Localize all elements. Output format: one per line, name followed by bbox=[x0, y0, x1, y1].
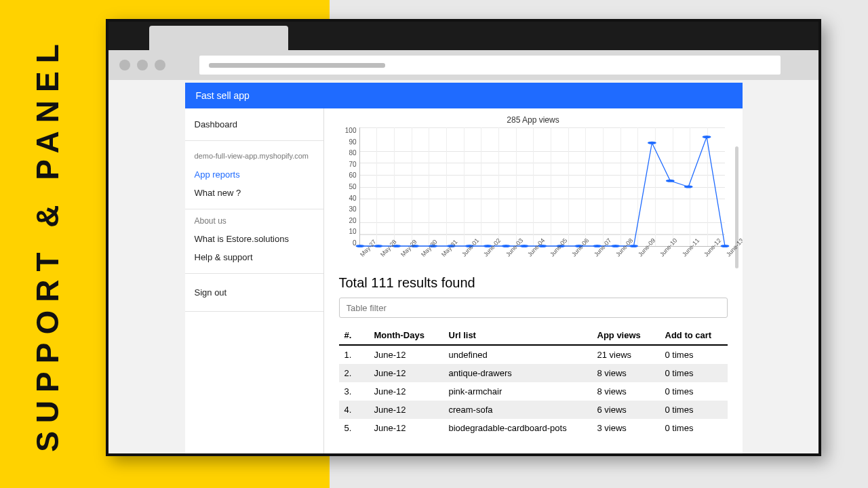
cell-month: June-12 bbox=[369, 345, 443, 364]
cell-cart: 0 times bbox=[660, 401, 728, 419]
cell-month: June-12 bbox=[369, 401, 443, 419]
scrollbar[interactable] bbox=[735, 146, 738, 404]
svg-point-19 bbox=[702, 136, 711, 138]
col-cart: Add to cart bbox=[660, 326, 728, 345]
cell-num: 2. bbox=[339, 364, 369, 382]
table-row[interactable]: 1.June-12undefined21 views0 times bbox=[339, 345, 728, 364]
sidebar-item-sign-out[interactable]: Sign out bbox=[195, 281, 314, 304]
browser-window: Fast sell app Dashboard demo-full-view-a… bbox=[106, 19, 821, 456]
app-body: Dashboard demo-full-view-app.myshopify.c… bbox=[185, 108, 743, 453]
cell-num: 4. bbox=[339, 401, 369, 419]
cell-month: June-12 bbox=[369, 419, 443, 437]
results-count: Total 111 results found bbox=[339, 275, 728, 291]
cell-month: June-12 bbox=[369, 382, 443, 401]
cell-url: antique-drawers bbox=[443, 364, 592, 382]
col-url: Url list bbox=[443, 326, 592, 345]
table-filter-input[interactable] bbox=[339, 298, 728, 318]
browser-viewport: Fast sell app Dashboard demo-full-view-a… bbox=[108, 80, 818, 453]
svg-point-18 bbox=[684, 185, 692, 188]
sidebar-item-what-is[interactable]: What is Estore.solutions bbox=[195, 230, 314, 248]
cell-views: 6 views bbox=[592, 401, 660, 419]
svg-point-16 bbox=[647, 142, 656, 144]
table-row[interactable]: 5.June-12biodegradable-cardboard-pots3 v… bbox=[339, 419, 728, 437]
table-row[interactable]: 2.June-12antique-drawers8 views0 times bbox=[339, 364, 728, 382]
cell-url: biodegradable-cardboard-pots bbox=[443, 419, 592, 437]
results-table: #. Month-Days Url list App views Add to … bbox=[339, 326, 728, 437]
cell-cart: 0 times bbox=[660, 345, 728, 364]
cell-cart: 0 times bbox=[660, 382, 728, 401]
address-bar[interactable] bbox=[199, 56, 781, 75]
sidebar-item-whats-new[interactable]: What new ? bbox=[195, 184, 314, 202]
chart-y-axis: 1009080706050403020100 bbox=[339, 127, 357, 247]
cell-cart: 0 times bbox=[660, 419, 728, 437]
svg-point-17 bbox=[665, 180, 674, 182]
scrollbar-thumb[interactable] bbox=[735, 146, 738, 268]
table-row[interactable]: 4.June-12cream-sofa6 views0 times bbox=[339, 401, 728, 419]
table-header-row: #. Month-Days Url list App views Add to … bbox=[339, 326, 728, 345]
app-title-bar: Fast sell app bbox=[185, 83, 743, 108]
main-content: 285 App views 1009080706050403020100 May… bbox=[324, 108, 743, 453]
cell-views: 3 views bbox=[592, 419, 660, 437]
cell-num: 3. bbox=[339, 382, 369, 401]
x-tick: June-13 bbox=[725, 237, 742, 264]
app-panel: Fast sell app Dashboard demo-full-view-a… bbox=[185, 83, 743, 453]
col-month: Month-Days bbox=[369, 326, 443, 345]
cell-url: pink-armchair bbox=[443, 382, 592, 401]
cell-cart: 0 times bbox=[660, 364, 728, 382]
app-title: Fast sell app bbox=[196, 90, 250, 101]
chart-x-axis: May-27May-28May-29May-30May-31June-01Jun… bbox=[359, 247, 725, 263]
y-tick: 10 bbox=[339, 228, 357, 235]
y-tick: 100 bbox=[339, 127, 357, 134]
cell-num: 1. bbox=[339, 345, 369, 364]
y-tick: 80 bbox=[339, 150, 357, 157]
browser-toolbar bbox=[108, 50, 818, 80]
y-tick: 60 bbox=[339, 172, 357, 179]
sidebar-store-domain: demo-full-view-app.myshopify.com bbox=[195, 148, 314, 165]
sidebar-heading-about: About us bbox=[195, 216, 314, 230]
sidebar-item-app-reports[interactable]: App reports bbox=[195, 165, 314, 184]
sidebar: Dashboard demo-full-view-app.myshopify.c… bbox=[185, 108, 324, 453]
cell-url: undefined bbox=[443, 345, 592, 364]
sidebar-item-help[interactable]: Help & support bbox=[195, 248, 314, 266]
col-num: #. bbox=[339, 326, 369, 345]
chart-title: 285 App views bbox=[339, 115, 728, 125]
cell-num: 5. bbox=[339, 419, 369, 437]
y-tick: 50 bbox=[339, 184, 357, 190]
table-row[interactable]: 3.June-12pink-armchair8 views0 times bbox=[339, 382, 728, 401]
app-views-chart: 1009080706050403020100 May-27May-28May-2… bbox=[339, 127, 728, 263]
window-control-dot[interactable] bbox=[119, 60, 130, 70]
y-tick: 40 bbox=[339, 195, 357, 202]
window-control-dot[interactable] bbox=[137, 60, 148, 70]
y-tick: 70 bbox=[339, 161, 357, 168]
y-tick: 0 bbox=[339, 240, 357, 247]
y-tick: 30 bbox=[339, 206, 357, 213]
chart-plot-area bbox=[359, 127, 725, 247]
browser-tab[interactable] bbox=[149, 26, 288, 50]
sidebar-item-dashboard[interactable]: Dashboard bbox=[195, 115, 314, 134]
cell-views: 21 views bbox=[592, 345, 660, 364]
cell-month: June-12 bbox=[369, 364, 443, 382]
address-bar-placeholder bbox=[209, 63, 385, 68]
window-control-dot[interactable] bbox=[155, 60, 165, 70]
promo-side-label: SUPPORT & PANEL bbox=[29, 36, 66, 452]
cell-url: cream-sofa bbox=[443, 401, 592, 419]
y-tick: 90 bbox=[339, 139, 357, 146]
cell-views: 8 views bbox=[592, 364, 660, 382]
browser-tabbar bbox=[108, 22, 818, 50]
cell-views: 8 views bbox=[592, 382, 660, 401]
y-tick: 20 bbox=[339, 218, 357, 224]
col-views: App views bbox=[592, 326, 660, 345]
